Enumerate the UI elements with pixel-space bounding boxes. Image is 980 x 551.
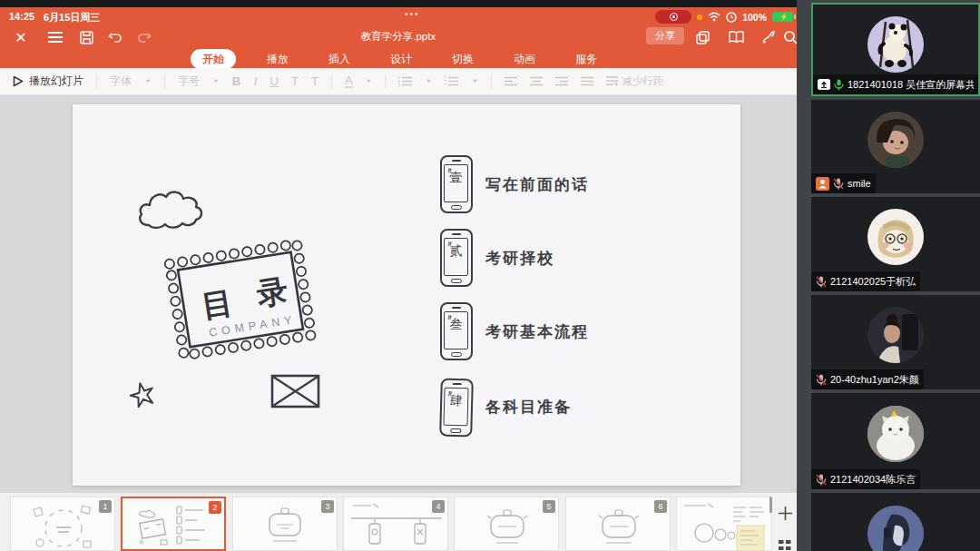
phone-speaker-icon [452, 160, 461, 162]
tab-service[interactable]: 服务 [566, 50, 606, 69]
tab-transition[interactable]: 切换 [443, 50, 483, 69]
mic-muted-icon [816, 276, 827, 288]
play-slideshow-label: 播放幻灯片 [29, 74, 83, 89]
divider [331, 75, 332, 88]
slide-number-badge: 5 [543, 500, 555, 513]
align-justify-button[interactable] [581, 76, 593, 86]
participant-tile-6[interactable] [811, 493, 980, 551]
play-slideshow-button[interactable]: 播放幻灯片 [13, 74, 83, 89]
toc-phone-1[interactable]: 〃 壹 [440, 155, 473, 213]
numbered-list-button[interactable]: ▼ [445, 76, 478, 86]
align-left-button[interactable] [505, 76, 517, 86]
phone-speaker-icon [452, 233, 461, 235]
copy-icon[interactable] [692, 27, 712, 47]
ribbon-tabs: 开始 播放 插入 设计 切换 动画 服务 [0, 50, 797, 68]
divider [164, 75, 165, 88]
top-black-strip [0, 0, 797, 7]
slide-thumbnail-3[interactable]: 3 [232, 497, 338, 551]
pen-tool-icon[interactable] [759, 27, 779, 47]
toc-label-1[interactable]: 写在前面的话 [485, 174, 685, 195]
align-center-button[interactable] [530, 76, 543, 86]
participant-label: 1821401018 吴佳宣的屏幕共... [813, 74, 978, 94]
participant-name: 2121402025于析弘 [830, 275, 916, 289]
bullet-list-button[interactable]: ▼ [398, 76, 432, 86]
slide-thumbnail-4[interactable]: 4 [343, 497, 448, 551]
current-slide[interactable]: 目 录 COMPANY 〃 [73, 104, 740, 486]
avatar [867, 112, 924, 168]
mic-active-dot-icon [697, 15, 702, 20]
tab-play[interactable]: 播放 [258, 50, 298, 69]
slide-thumbnail-7[interactable] [676, 497, 770, 551]
share-button[interactable]: 分享 [646, 27, 684, 44]
stamp-title-graphic[interactable]: 目 录 COMPANY [155, 230, 326, 370]
slide-sorter-icon[interactable] [779, 540, 791, 550]
participant-tile-3[interactable]: 2121402025于析弘 [811, 197, 980, 291]
clock-time: 14:25 [9, 11, 34, 22]
mic-muted-icon [833, 178, 844, 190]
slide-thumbnail-6[interactable]: 6 [565, 497, 671, 551]
participant-tile-4[interactable]: 20-40zhu1yan2朱颜 [811, 295, 980, 389]
phone-home-button-icon [451, 205, 462, 210]
toc-phone-2[interactable]: 〃 贰 [440, 229, 473, 287]
strikethrough-button[interactable]: T [311, 74, 318, 88]
font-size-select[interactable]: 字号▼ [178, 74, 220, 89]
slide-canvas: 目 录 COMPANY 〃 [0, 95, 797, 493]
toc-label-4[interactable]: 各科目准备 [485, 397, 685, 418]
slide-thumbnail-1[interactable]: 1 [10, 497, 115, 551]
toc-phone-3[interactable]: 〃 叁 [440, 302, 473, 360]
slide-filmstrip: 1 2 [0, 493, 797, 551]
toc-number: 叁 [442, 317, 470, 333]
bold-button[interactable]: B [232, 74, 240, 88]
app-ribbon: 14:25 6月15日周三 ••• 100% ⚡ [0, 7, 797, 68]
avatar [867, 16, 924, 73]
filmstrip-scrollbar[interactable] [769, 497, 772, 513]
participant-tile-5[interactable]: 2121402034陈乐言 [811, 393, 980, 489]
host-badge-icon [816, 177, 829, 191]
reduce-line-spacing-button[interactable]: 减少行距 [606, 74, 663, 88]
toc-label-2[interactable]: 考研择校 [485, 248, 685, 269]
read-mode-icon[interactable] [726, 27, 746, 47]
font-color-button[interactable]: A▼ [345, 74, 373, 88]
tab-design[interactable]: 设计 [381, 50, 421, 69]
text-effect-button[interactable]: T [291, 74, 299, 88]
phone-home-button-icon [451, 352, 462, 357]
add-slide-icon[interactable] [778, 506, 793, 521]
tab-insert[interactable]: 插入 [319, 50, 359, 69]
mic-muted-icon [816, 474, 827, 486]
cloud-doodle[interactable] [136, 189, 205, 232]
font-family-select[interactable]: 字体▼ [110, 74, 152, 89]
chevron-down-icon: ▼ [471, 78, 478, 84]
presentation-app: 14:25 6月15日周三 ••• 100% ⚡ [0, 0, 797, 551]
toc-number: 肆 [442, 393, 470, 410]
participant-tile-1[interactable]: 1821401018 吴佳宣的屏幕共... [811, 3, 980, 96]
avatar [867, 506, 924, 551]
chevron-down-icon: ▼ [144, 78, 152, 84]
divider [96, 75, 97, 88]
slide-thumbnail-5[interactable]: 5 [454, 497, 559, 551]
underline-button[interactable]: U [270, 74, 279, 88]
italic-button[interactable]: I [253, 74, 257, 89]
align-right-button[interactable] [555, 76, 568, 86]
toc-label-3[interactable]: 考研基本流程 [485, 321, 685, 342]
envelope-doodle[interactable] [270, 373, 321, 409]
stamp-char1: 目 [200, 285, 236, 324]
mic-muted-icon [816, 374, 827, 386]
slide-thumbnail-2-active[interactable]: 2 [121, 497, 226, 551]
star-doodle[interactable] [129, 381, 156, 408]
slide-number-badge: 6 [654, 500, 667, 513]
status-icons: 100% ⚡ [655, 10, 793, 24]
divider [385, 75, 386, 88]
toc-number: 贰 [442, 243, 470, 260]
participant-tile-2[interactable]: smile [811, 100, 980, 193]
tab-home[interactable]: 开始 [191, 49, 236, 69]
toc-phone-4[interactable]: 〃 肆 [439, 379, 474, 438]
phone-speaker-icon [452, 307, 461, 309]
multitask-dots-icon[interactable]: ••• [405, 9, 420, 19]
tab-animation[interactable]: 动画 [505, 50, 544, 69]
charging-bolt-icon: ⚡ [779, 13, 789, 21]
slide-number-badge: 1 [99, 500, 112, 513]
screen-record-indicator[interactable] [655, 10, 691, 24]
participant-label: 2121402025于析弘 [811, 271, 920, 291]
phone-home-button-icon [451, 279, 462, 283]
chevron-down-icon: ▼ [212, 78, 220, 84]
